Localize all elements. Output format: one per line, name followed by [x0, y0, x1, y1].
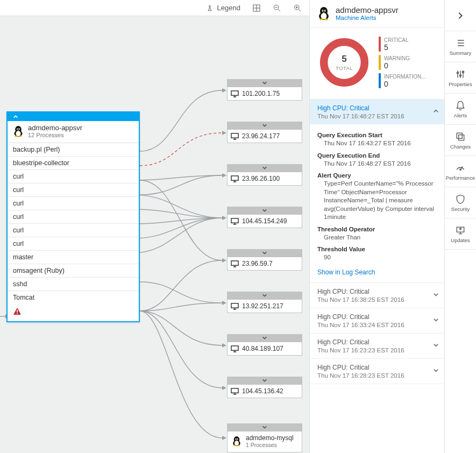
map-toolbar: Legend [0, 0, 309, 16]
target-machine-subtitle: 1 Processes [246, 442, 294, 448]
server-card-title: admdemo-appsvr [28, 124, 82, 132]
server-card-header[interactable]: admdemo-appsvr 12 Processes [8, 121, 139, 143]
legend-critical-label: CRITICAL [384, 37, 409, 43]
alert-header[interactable]: High CPU: Critical Thu Nov 17 16:48:27 E… [310, 100, 444, 124]
process-item[interactable]: curl [8, 183, 139, 197]
svg-marker-21 [222, 386, 226, 390]
legend-critical-value: 5 [384, 43, 409, 52]
alert-time: Thu Nov 17 16:48:27 EST 2016 [317, 113, 429, 119]
process-item[interactable]: curl [8, 224, 139, 237]
target-node[interactable]: 23.96.59.7 [227, 249, 302, 271]
alert-donut-chart: 5 TOTAL [317, 36, 371, 89]
chevron-up-icon [13, 114, 18, 119]
fit-to-screen-button[interactable] [252, 4, 261, 12]
monitor-icon [231, 218, 239, 225]
show-in-log-search-link[interactable]: Show in Log Search [317, 268, 375, 276]
alert-header[interactable]: High CPU: Critical Thu Nov 17 16:33:24 E… [310, 308, 444, 333]
target-expand-toggle[interactable] [227, 377, 302, 384]
process-item[interactable]: curl [8, 210, 139, 224]
rail-tab-alerts[interactable]: Alerts [445, 94, 476, 125]
alert-header[interactable]: High CPU: Critical Thu Nov 17 16:23:23 E… [310, 334, 444, 358]
rail-tab-properties[interactable]: Properties [445, 62, 476, 94]
legend-button[interactable]: Legend [205, 4, 240, 12]
legend-info-label: INFORMATION... [384, 74, 426, 80]
zoom-in-button[interactable] [293, 4, 302, 12]
legend-label: Legend [217, 4, 240, 12]
target-node[interactable]: 101.200.1.75 [227, 79, 302, 101]
svg-marker-15 [222, 131, 226, 135]
rail-expand-button[interactable] [445, 0, 476, 31]
process-item[interactable]: omsagent (Ruby) [8, 264, 139, 278]
alert-field-value: Thu Nov 17 16:43:27 EST 2016 [324, 139, 437, 148]
alert-triangle-icon [13, 307, 22, 316]
chevron-down-icon [262, 335, 267, 341]
dependency-map-canvas[interactable]: Legend [0, 0, 309, 453]
target-node-mysql[interactable]: admdemo-mysql 1 Processes [227, 423, 302, 452]
linux-icon [232, 436, 241, 447]
process-item[interactable]: curl [8, 170, 139, 183]
bell-icon [455, 100, 466, 111]
rail-tab-updates[interactable]: Updates [445, 218, 476, 250]
target-expand-toggle[interactable] [227, 164, 302, 172]
target-expand-toggle[interactable] [227, 334, 302, 342]
process-item[interactable]: master [8, 251, 139, 264]
target-expand-toggle[interactable] [227, 207, 302, 214]
zoom-out-button[interactable] [273, 4, 281, 12]
rail-tab-security[interactable]: Security [445, 187, 476, 218]
alert-field-label: Threshold Operator [317, 226, 437, 232]
linux-icon [13, 125, 24, 137]
alert-header[interactable]: High CPU: Critical Thu Nov 17 16:28:23 E… [310, 359, 444, 384]
alert-header[interactable]: High CPU: Critical Thu Nov 17 16:38:25 E… [310, 283, 444, 308]
chevron-down-icon [262, 293, 267, 298]
process-item[interactable]: bluestripe-collector [8, 157, 139, 170]
properties-rail: Summary Properties Alerts Changes Perfor… [444, 0, 476, 453]
server-card-appsvr[interactable]: admdemo-appsvr 12 Processes backup.pl (P… [6, 111, 140, 322]
process-item[interactable]: curl [8, 197, 139, 210]
svg-marker-16 [222, 173, 226, 178]
target-node[interactable]: 104.45.136.42 [227, 377, 302, 398]
rail-tab-changes[interactable]: Changes [445, 125, 476, 156]
target-expand-toggle[interactable] [227, 423, 302, 431]
rail-tab-label: Security [451, 206, 470, 212]
rail-tab-label: Changes [450, 144, 471, 150]
target-expand-toggle[interactable] [227, 79, 302, 87]
svg-point-9 [209, 5, 210, 7]
target-node[interactable]: 40.84.189.107 [227, 334, 302, 356]
alert-time: Thu Nov 17 16:28:23 EST 2016 [317, 372, 429, 379]
chevron-right-icon [456, 11, 465, 20]
target-node[interactable]: 23.96.26.100 [227, 164, 302, 186]
target-ip: 23.96.26.100 [242, 175, 280, 182]
process-item[interactable]: backup.pl (Perl) [8, 143, 139, 157]
alert-title: High CPU: Critical [317, 364, 429, 371]
target-expand-toggle[interactable] [227, 292, 302, 299]
rail-tab-summary[interactable]: Summary [445, 31, 476, 62]
monitor-icon [231, 133, 239, 140]
target-ip: 40.84.189.107 [242, 345, 283, 352]
target-node[interactable]: 23.96.24.177 [227, 122, 302, 143]
rail-tab-performance[interactable]: Performance [445, 156, 476, 187]
shield-icon [455, 194, 466, 204]
alert-body: Query Execution StartThu Nov 17 16:43:27… [310, 124, 444, 282]
process-item[interactable]: sshd [8, 278, 139, 291]
process-item[interactable]: curl [8, 237, 139, 251]
svg-marker-20 [222, 343, 226, 348]
update-icon [455, 225, 466, 236]
svg-rect-25 [231, 90, 238, 95]
svg-marker-22 [222, 436, 226, 440]
svg-rect-39 [459, 135, 464, 140]
alert-item-collapsed: High CPU: Critical Thu Nov 17 16:33:24 E… [310, 308, 444, 334]
target-expand-toggle[interactable] [227, 122, 302, 129]
target-expand-toggle[interactable] [227, 249, 302, 257]
legend-bar-warning [379, 55, 381, 70]
target-node[interactable]: 104.45.154.249 [227, 207, 302, 228]
legend-icon [205, 4, 214, 12]
card-collapse-toggle[interactable] [8, 112, 139, 121]
chevron-down-icon [262, 123, 267, 128]
alert-field-label: Threshold Value [317, 246, 437, 252]
alert-field-value: Greater Than [324, 233, 437, 242]
target-node[interactable]: 13.92.251.217 [227, 292, 302, 313]
fit-icon [252, 4, 261, 12]
monitor-icon [231, 90, 239, 97]
process-item[interactable]: Tomcat [8, 291, 139, 304]
svg-rect-23 [17, 310, 18, 313]
